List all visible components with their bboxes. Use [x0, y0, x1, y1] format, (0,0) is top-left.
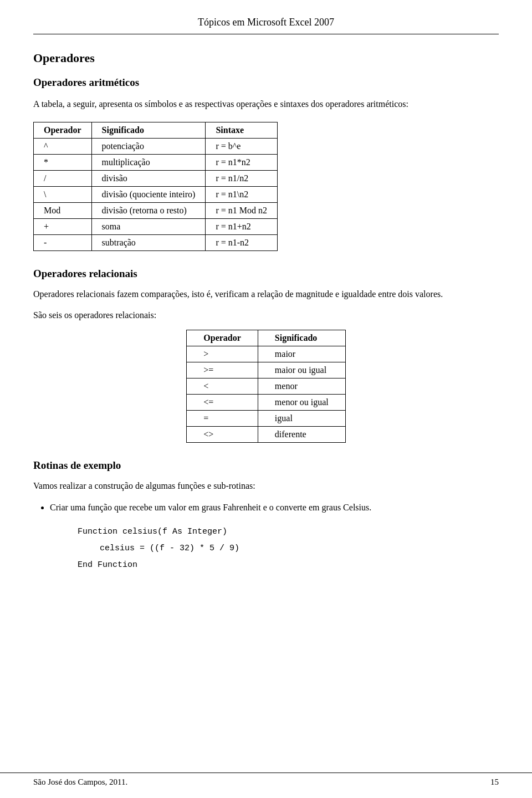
- intro-exemplos: Vamos realizar a construção de algumas f…: [33, 479, 499, 493]
- page-header-title: Tópicos em Microsoft Excel 2007: [198, 17, 334, 28]
- table-cell: subtração: [91, 235, 206, 251]
- intro-relacionais-1: Operadores relacionais fazem comparações…: [33, 288, 499, 301]
- table-cell: >=: [187, 362, 258, 378]
- table-cell: *: [34, 155, 92, 171]
- table-cell: multiplicação: [91, 155, 206, 171]
- table-cell: menor ou igual: [258, 395, 345, 411]
- table-cell: divisão (quociente inteiro): [91, 187, 206, 203]
- rel-col-significado: Significado: [258, 330, 345, 346]
- footer-inner: São José dos Campos, 2011. 15: [33, 777, 499, 787]
- col-significado: Significado: [91, 122, 206, 139]
- table-cell: /: [34, 171, 92, 187]
- footer-page: 15: [490, 777, 499, 787]
- section-operadores: Operadores Operadores aritméticos A tabe…: [33, 51, 499, 251]
- table-cell: maior: [258, 346, 345, 362]
- code-line-3: End Function: [78, 557, 499, 574]
- table-header-row: Operador Significado Sintaxe: [34, 122, 278, 139]
- table-row: +somar = n1+n2: [34, 219, 278, 235]
- arithmetic-operators-table: Operador Significado Sintaxe ^potenciaçã…: [33, 122, 278, 251]
- list-item-celsius: Criar uma função que recebe um valor em …: [50, 500, 499, 515]
- page-footer: São José dos Campos, 2011. 15: [0, 773, 532, 787]
- heading-exemplos: Rotinas de exemplo: [33, 459, 499, 472]
- table-row: >=maior ou igual: [187, 362, 345, 378]
- table-cell: =: [187, 411, 258, 427]
- table-row: -subtraçãor = n1-n2: [34, 235, 278, 251]
- relational-operators-table: Operador Significado >maior>=maior ou ig…: [186, 330, 345, 443]
- table-cell: ^: [34, 139, 92, 155]
- table-row: >maior: [187, 346, 345, 362]
- intro-relacionais-2: São seis os operadores relacionais:: [33, 309, 499, 322]
- table-cell: divisão (retorna o resto): [91, 203, 206, 219]
- intro-aritmeticos: A tabela, a seguir, apresenta os símbolo…: [33, 98, 499, 111]
- relational-table-wrapper: Operador Significado >maior>=maior ou ig…: [33, 330, 499, 443]
- table-cell: <>: [187, 427, 258, 443]
- code-line-2: celsius = ((f - 32) * 5 / 9): [100, 540, 499, 557]
- examples-list: Criar uma função que recebe um valor em …: [50, 500, 499, 515]
- rel-table-header-row: Operador Significado: [187, 330, 345, 346]
- table-cell: potenciação: [91, 139, 206, 155]
- table-cell: -: [34, 235, 92, 251]
- heading-relacionais: Operadores relacionais: [33, 268, 499, 280]
- footer-location: São José dos Campos, 2011.: [33, 777, 127, 787]
- table-cell: diferente: [258, 427, 345, 443]
- table-row: *multiplicaçãor = n1*n2: [34, 155, 278, 171]
- table-row: /divisãor = n1/n2: [34, 171, 278, 187]
- heading-operadores: Operadores: [33, 51, 499, 65]
- table-cell: menor: [258, 378, 345, 395]
- rel-col-operador: Operador: [187, 330, 258, 346]
- table-row: <=menor ou igual: [187, 395, 345, 411]
- table-cell: <=: [187, 395, 258, 411]
- heading-aritmeticos: Operadores aritméticos: [33, 76, 499, 89]
- table-cell: divisão: [91, 171, 206, 187]
- code-line-1: Function celsius(f As Integer): [78, 524, 499, 540]
- table-cell: r = n1/n2: [206, 171, 278, 187]
- table-cell: \: [34, 187, 92, 203]
- list-item-celsius-text: Criar uma função que recebe um valor em …: [50, 503, 371, 512]
- table-cell: r = n1*n2: [206, 155, 278, 171]
- table-row: \divisão (quociente inteiro)r = n1\n2: [34, 187, 278, 203]
- table-cell: r = n1\n2: [206, 187, 278, 203]
- table-cell: r = n1+n2: [206, 219, 278, 235]
- table-cell: maior ou igual: [258, 362, 345, 378]
- section-exemplos: Rotinas de exemplo Vamos realizar a cons…: [33, 459, 499, 574]
- table-row: ^potenciaçãor = b^e: [34, 139, 278, 155]
- table-cell: r = n1 Mod n2: [206, 203, 278, 219]
- table-cell: r = b^e: [206, 139, 278, 155]
- table-cell: r = n1-n2: [206, 235, 278, 251]
- page-container: Tópicos em Microsoft Excel 2007 Operador…: [0, 0, 532, 798]
- table-row: <menor: [187, 378, 345, 395]
- table-row: =igual: [187, 411, 345, 427]
- table-cell: Mod: [34, 203, 92, 219]
- table-row: Moddivisão (retorna o resto)r = n1 Mod n…: [34, 203, 278, 219]
- table-cell: <: [187, 378, 258, 395]
- page-header: Tópicos em Microsoft Excel 2007: [33, 17, 499, 34]
- table-cell: igual: [258, 411, 345, 427]
- col-sintaxe: Sintaxe: [206, 122, 278, 139]
- table-cell: soma: [91, 219, 206, 235]
- code-block-celsius: Function celsius(f As Integer) celsius =…: [78, 524, 499, 574]
- section-relacionais: Operadores relacionais Operadores relaci…: [33, 268, 499, 443]
- table-row: <>diferente: [187, 427, 345, 443]
- table-cell: >: [187, 346, 258, 362]
- col-operador: Operador: [34, 122, 92, 139]
- table-cell: +: [34, 219, 92, 235]
